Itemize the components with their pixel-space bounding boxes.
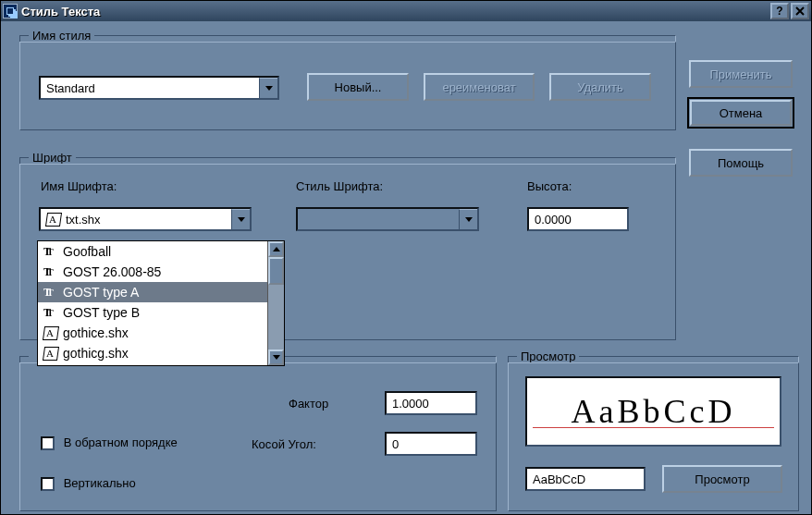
apply-button: Применить (689, 60, 793, 88)
text-style-dialog: Стиль Текста ? Имя стиля Standard Новый.… (0, 0, 812, 515)
font-dropdown-item-label: GOST type B (63, 305, 140, 320)
window-title: Стиль Текста (21, 5, 769, 18)
font-dropdown-item-label: gothicg.shx (63, 346, 129, 361)
font-style-value (298, 209, 459, 229)
truetype-icon (43, 265, 57, 278)
style-name-dropdown-arrow[interactable] (259, 78, 277, 98)
cancel-button[interactable]: Отмена (687, 97, 794, 129)
font-name-combo[interactable]: txt.shx (39, 207, 252, 231)
font-dropdown-item[interactable]: gothice.shx (38, 323, 284, 343)
vertical-row[interactable]: Вертикально (41, 476, 136, 491)
preview-baseline (533, 427, 774, 428)
preview-input[interactable]: AaBbCcD (525, 467, 646, 491)
style-name-group: Имя стиля Standard Новый... ереименоват … (19, 29, 676, 130)
truetype-icon (43, 306, 57, 319)
oblique-input[interactable]: 0 (385, 432, 477, 456)
delete-style-button: Удалить (549, 73, 651, 101)
dropdown-scrollbar[interactable] (267, 241, 284, 365)
help-button[interactable]: Помощь (689, 149, 793, 177)
font-dropdown-item[interactable]: Goofball (38, 241, 284, 262)
new-style-button[interactable]: Новый... (307, 73, 409, 101)
scroll-up-button[interactable] (268, 241, 284, 257)
dialog-content: Имя стиля Standard Новый... ереименоват … (1, 21, 811, 514)
font-dropdown-item[interactable]: GOST 26.008-85 (38, 262, 284, 282)
font-style-dropdown-arrow[interactable] (459, 209, 477, 229)
preview-sample-box: AaBbCcD (525, 376, 781, 447)
font-dropdown-item[interactable]: gothicg.shx (38, 343, 284, 363)
upside-down-checkbox[interactable] (41, 436, 55, 450)
font-dropdown-item-label: Goofball (63, 244, 111, 259)
font-height-input[interactable]: 0.0000 (527, 207, 629, 231)
effects-group: Эффекты В обратном порядке Вертикально Ф… (19, 349, 497, 511)
width-factor-input[interactable]: 1.0000 (385, 391, 477, 415)
font-style-combo[interactable] (296, 207, 479, 231)
preview-button[interactable]: Просмотр (662, 465, 782, 493)
preview-group: Просмотр AaBbCcD AaBbCcD Просмотр (508, 349, 799, 511)
titlebar: Стиль Текста ? (1, 1, 811, 21)
oblique-label: Косой Угол: (252, 437, 316, 451)
truetype-icon (43, 286, 57, 299)
help-titlebar-button[interactable]: ? (770, 3, 789, 19)
font-name-dropdown-arrow[interactable] (231, 209, 250, 229)
font-dropdown-item-label: GOST 26.008-85 (63, 264, 161, 279)
shx-icon (43, 347, 57, 360)
rename-style-button: ереименоват (424, 73, 535, 101)
width-factor-label: Фактор (289, 397, 328, 411)
scroll-thumb[interactable] (268, 257, 284, 285)
shx-icon (46, 213, 60, 226)
font-legend: Шрифт (29, 151, 76, 165)
font-height-label: Высота: (527, 179, 572, 193)
style-name-value: Standard (41, 78, 259, 98)
font-dropdown-item[interactable]: GOST type B (38, 302, 284, 323)
vertical-checkbox[interactable] (41, 477, 55, 491)
font-dropdown-item[interactable]: GOST type A (38, 282, 284, 302)
font-dropdown-item-label: gothice.shx (63, 325, 129, 340)
upside-down-row[interactable]: В обратном порядке (41, 435, 178, 450)
truetype-icon (43, 245, 57, 258)
system-icon[interactable] (3, 4, 18, 18)
preview-legend: Просмотр (517, 349, 579, 363)
font-name-value: txt.shx (41, 209, 231, 229)
font-name-dropdown-list[interactable]: GoofballGOST 26.008-85GOST type AGOST ty… (37, 240, 285, 366)
font-name-label: Имя Шрифта: (41, 179, 117, 193)
style-name-legend: Имя стиля (29, 29, 94, 43)
font-style-label: Стиль Шрифта: (296, 179, 383, 193)
close-titlebar-button[interactable] (791, 3, 809, 19)
shx-icon (43, 326, 57, 339)
font-dropdown-item-label: GOST type A (63, 285, 139, 300)
style-name-combo[interactable]: Standard (39, 76, 279, 100)
scroll-down-button[interactable] (268, 349, 284, 365)
